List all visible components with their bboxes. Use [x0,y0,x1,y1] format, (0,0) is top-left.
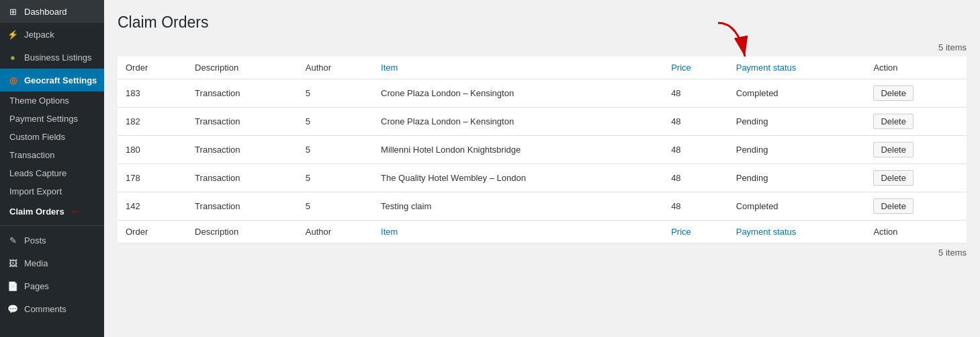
col-footer-order: Order [118,221,187,244]
dashboard-icon: ⊞ [7,5,19,17]
cell-payment-status: Pending [728,164,866,192]
delete-button[interactable]: Delete [873,170,914,186]
col-header-order: Order [118,57,187,79]
col-footer-action: Action [865,221,967,244]
cell-price: 48 [663,192,728,221]
table-row: 180Transaction5Millenni Hotel London Kni… [118,136,967,164]
cell-order: 178 [118,164,187,192]
col-header-price[interactable]: Price [663,57,728,79]
sidebar-subitem-payment-settings[interactable]: Payment Settings [0,110,104,128]
sidebar-subitem-claim-orders[interactable]: Claim Orders ← [0,200,104,223]
col-header-item[interactable]: Item [373,57,663,79]
col-footer-price[interactable]: Price [663,221,728,244]
col-footer-item[interactable]: Item [373,221,663,244]
cell-price: 48 [663,79,728,108]
sidebar-item-jetpack[interactable]: ⚡ Jetpack [0,23,104,46]
sidebar-item-dashboard[interactable]: ⊞ Dashboard [0,0,104,23]
cell-description: Transaction [187,79,298,108]
cell-author: 5 [298,192,373,221]
sidebar-item-label: Dashboard [24,7,67,17]
business-listings-icon: ● [7,51,19,63]
col-footer-payment-status[interactable]: Payment status [728,221,866,244]
sidebar-item-business-listings[interactable]: ● Business Listings [0,46,104,69]
media-icon: 🖼 [7,257,19,269]
cell-payment-status: Pending [728,108,866,136]
delete-button[interactable]: Delete [873,142,914,157]
sidebar-item-label: Jetpack [24,30,54,40]
sidebar-item-comments[interactable]: 💬 Comments [0,297,104,320]
delete-button[interactable]: Delete [873,114,914,129]
table-row: 182Transaction5Crone Plaza London – Kens… [118,108,967,136]
sidebar-item-label: Posts [24,235,46,246]
sidebar-subitem-leads-capture[interactable]: Leads Capture [0,164,104,182]
cell-author: 5 [298,108,373,136]
page-title: Claim Orders [118,13,967,32]
cell-price: 48 [663,108,728,136]
table-body: 183Transaction5Crone Plaza London – Kens… [118,79,967,221]
cell-item: Millenni Hotel London Knightsbridge [373,136,663,164]
sidebar-item-label: Pages [24,281,49,291]
cell-price: 48 [663,164,728,192]
geocraft-icon: ◎ [7,74,19,86]
cell-action: Delete [865,192,967,221]
sidebar-arrow-icon: ← [70,204,82,219]
claim-orders-table: Order Description Author Item Price Paym… [118,57,967,244]
sidebar-subitem-import-export[interactable]: Import Export [0,182,104,200]
cell-order: 142 [118,192,187,221]
cell-description: Transaction [187,164,298,192]
posts-icon: ✎ [7,234,19,246]
sidebar: ⊞ Dashboard ⚡ Jetpack ● Business Listing… [0,0,104,337]
cell-price: 48 [663,136,728,164]
sidebar-item-geocraft-settings[interactable]: ◎ Geocraft Settings [0,69,104,91]
main-content: Claim Orders 5 items Order Description A… [104,0,980,337]
sidebar-item-posts[interactable]: ✎ Posts [0,229,104,252]
jetpack-icon: ⚡ [7,28,19,40]
cell-payment-status: Completed [728,79,866,108]
col-header-action: Action [865,57,967,79]
col-header-description: Description [187,57,298,79]
cell-action: Delete [865,108,967,136]
cell-author: 5 [298,164,373,192]
pages-icon: 📄 [7,280,19,292]
cell-order: 183 [118,79,187,108]
table-footer-row: Order Description Author Item Price Paym… [118,221,967,244]
cell-description: Transaction [187,136,298,164]
sidebar-item-label: Business Listings [24,52,91,63]
delete-button[interactable]: Delete [873,198,914,214]
sidebar-subitem-theme-options[interactable]: Theme Options [0,91,104,110]
sidebar-item-media[interactable]: 🖼 Media [0,252,104,274]
cell-order: 180 [118,136,187,164]
comments-icon: 💬 [7,303,19,315]
sidebar-item-label: Media [24,258,48,268]
items-count-top: 5 items [118,42,967,52]
cell-order: 182 [118,108,187,136]
cell-payment-status: Pending [728,136,866,164]
table-header-row: Order Description Author Item Price Paym… [118,57,967,79]
cell-action: Delete [865,164,967,192]
sidebar-item-label: Comments [24,304,66,314]
col-footer-author: Author [298,221,373,244]
sidebar-item-label: Geocraft Settings [24,75,97,85]
items-count-bottom: 5 items [118,248,967,258]
col-footer-description: Description [187,221,298,244]
sidebar-item-pages[interactable]: 📄 Pages [0,274,104,297]
table-row: 178Transaction5The Quality Hotel Wembley… [118,164,967,192]
cell-item: The Quality Hotel Wembley – London [373,164,663,192]
table-row: 142Transaction5Testing claim48CompletedD… [118,192,967,221]
cell-item: Crone Plaza London – Kensington [373,108,663,136]
claim-orders-label: Claim Orders [9,207,64,217]
cell-author: 5 [298,136,373,164]
sidebar-subitem-transaction[interactable]: Transaction [0,146,104,164]
cell-action: Delete [865,79,967,108]
cell-description: Transaction [187,192,298,221]
col-header-payment-status[interactable]: Payment status [728,57,866,79]
cell-action: Delete [865,136,967,164]
delete-button[interactable]: Delete [873,85,914,101]
table-row: 183Transaction5Crone Plaza London – Kens… [118,79,967,108]
cell-description: Transaction [187,108,298,136]
sidebar-subitem-custom-fields[interactable]: Custom Fields [0,128,104,146]
cell-item: Testing claim [373,192,663,221]
cell-author: 5 [298,79,373,108]
cell-payment-status: Completed [728,192,866,221]
col-header-author: Author [298,57,373,79]
